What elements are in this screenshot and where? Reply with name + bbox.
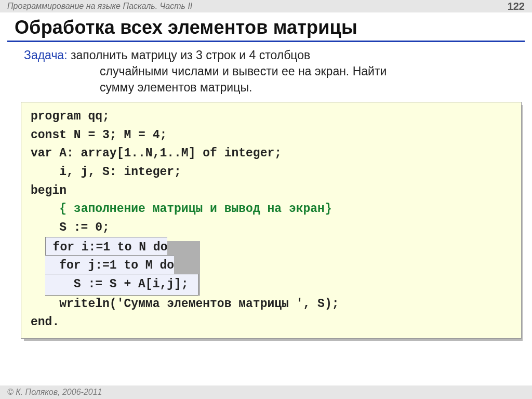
code-box: program qq; const N = 3; M = 4; var A: a… [21,102,522,339]
title-underline [7,41,525,42]
task-line-3: сумму элементов матрицы. [24,79,517,96]
copyright: © К. Поляков, 2006-2011 [7,388,102,397]
page-title: Обработка всех элементов матрицы [0,12,532,41]
code-comment: { заполнение матрицы и вывод на экран} [59,202,332,216]
code-line-7: S := 0; [31,221,110,234]
code-line-5: begin [31,184,66,197]
slide: Программирование на языке Паскаль. Часть… [0,0,532,399]
inner-code-wrap: for i:=1 to N do for j:=1 to M do S := S… [45,238,198,294]
code-line-2: const N = 3; M = 4; [31,128,167,142]
code-container: program qq; const N = 3; M = 4; var A: a… [21,102,522,339]
task-block: Задача: заполнить матрицу из 3 строк и 4… [0,45,532,100]
inner-line-3: S := S + A[i,j]; [45,277,189,291]
course-title: Программирование на языке Паскаль. Часть… [7,2,192,11]
task-line-2: случайными числами и вывести ее на экран… [24,63,517,79]
page-number: 122 [508,1,525,12]
footer: © К. Поляков, 2006-2011 [0,385,532,399]
task-label: Задача: [24,48,68,62]
topbar: Программирование на языке Паскаль. Часть… [0,0,532,12]
code-line-9: writeln('Сумма элементов матрицы ', S); [31,297,339,311]
code-line-1: program qq; [31,110,110,123]
code-line-4: i, j, S: integer; [31,165,181,179]
inner-line-2: for j:=1 to M do [45,259,174,272]
code-line-3: var A: array[1..N,1..M] of integer; [31,147,282,160]
inner-line-1: for i:=1 to N do [53,241,168,254]
task-line-1: заполнить матрицу из 3 строк и 4 столбцо… [68,48,311,62]
code-line-10: end. [31,315,59,329]
code-comment-indent [31,202,59,216]
